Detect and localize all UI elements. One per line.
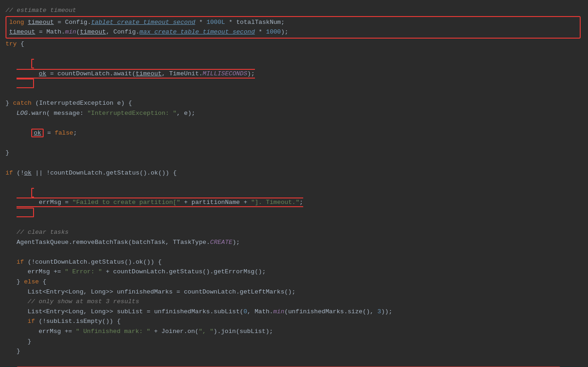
code-line-if-sublist: if (!subList.isEmpty()) {: [6, 316, 582, 327]
code-editor: // estimate timeout long timeout = Confi…: [0, 4, 588, 367]
comment-clear-tasks: // clear tasks: [6, 227, 582, 237]
code-line-unfinished-marks: List<Entry<Long, Long>> unfinishedMarks …: [6, 287, 582, 297]
code-line-close-try: }: [6, 148, 582, 158]
blank-3: [6, 356, 582, 367]
comment-estimate-timeout: // estimate timeout: [6, 6, 582, 16]
code-line-log-warn-interrupted: LOG.warn( message: "InterruptedException…: [6, 108, 582, 119]
blank-2: [6, 247, 582, 257]
code-line-sublist: List<Entry<Long, Long>> subList = unfini…: [6, 307, 582, 317]
code-line-if-ok: if (!ok || !countDownLatch.getStatus().o…: [6, 168, 582, 178]
code-line-catch: } catch (InterruptedException e) {: [6, 98, 582, 108]
code-line-close-else: }: [6, 346, 582, 356]
code-line-timeout-2: timeout = Math.min(timeout, Config.max_c…: [9, 27, 577, 37]
code-line-remove-batch-task: AgentTaskQueue.removeBatchTask(batchTask…: [6, 237, 582, 248]
code-line-timeout-1: long timeout = Config.tablet_create_time…: [9, 17, 577, 28]
comment-only-show: // only show at most 3 results: [6, 297, 582, 307]
code-line-try: try {: [6, 39, 582, 49]
code-line-errmsg-unfinished: errMsg += " Unfinished mark: " + Joiner.…: [6, 327, 582, 337]
code-line-close-sublist: }: [6, 337, 582, 347]
code-line-else: } else {: [6, 277, 582, 287]
blank-1: [6, 158, 582, 168]
code-line-await: ok = countDownLatch.await(timeout, TimeU…: [6, 49, 582, 98]
code-line-errmsg-assign: errMsg = "Failed to create partition[" +…: [6, 178, 582, 227]
code-line-if-status: if (!countDownLatch.getStatus().ok()) {: [6, 257, 582, 267]
code-line-errmsg-error: errMsg += " Error: " + countDownLatch.ge…: [6, 267, 582, 277]
highlight-timeout-block: long timeout = Config.tablet_create_time…: [6, 16, 581, 39]
code-line-ok-false: ok = false;: [6, 119, 582, 148]
